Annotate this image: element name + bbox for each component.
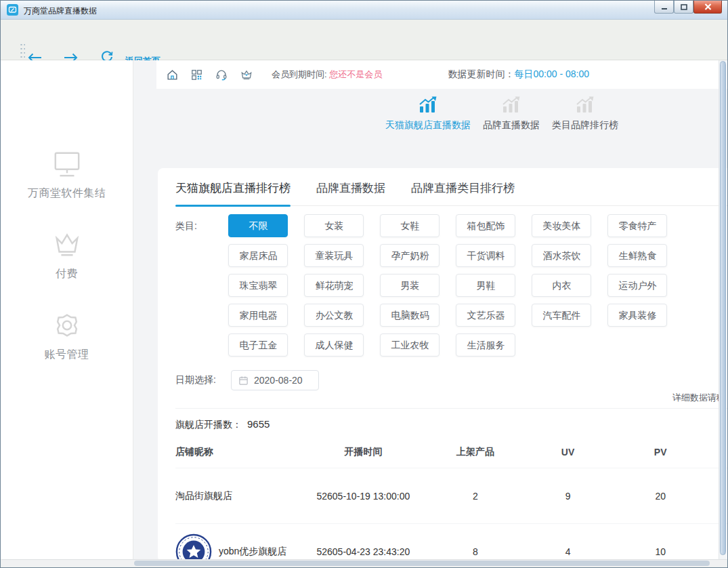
category-button[interactable]: 男鞋 (456, 274, 515, 297)
products-cell: 8 (428, 546, 523, 557)
category-button[interactable]: 男装 (380, 274, 440, 297)
category-label: 类目: (175, 214, 228, 363)
sidebar-item-label: 付费 (56, 267, 78, 281)
category-button[interactable]: 内衣 (532, 274, 591, 297)
sidebar: 万商堂软件集结 付费 账号管理 (1, 60, 133, 559)
category-button[interactable]: 办公文教 (304, 304, 364, 327)
vertical-scrollbar[interactable] (719, 60, 727, 559)
products-cell: 2 (428, 491, 523, 502)
category-button[interactable]: 零食特产 (607, 214, 667, 237)
member-expiry-value: 您还不是会员 (329, 69, 382, 79)
horizontal-scrollbar[interactable] (1, 559, 727, 567)
sidebar-item-label: 万商堂软件集结 (28, 186, 106, 201)
shop-name-cell: 淘品街旗舰店 (175, 490, 299, 502)
start-time-cell: 52605-10-19 13:00:00 (299, 491, 427, 502)
live-ranking-table: 店铺昵称 开播时间 上架产品 UV PV 淘品街旗舰店 52605-10-19 … (175, 437, 727, 559)
category-button[interactable]: 干货调料 (456, 244, 515, 267)
category-button[interactable]: 家居床品 (228, 244, 288, 267)
sidebar-item-account[interactable]: 账号管理 (45, 311, 89, 362)
broadcast-count-label: 旗舰店开播数： (175, 419, 242, 430)
bar-chart-icon (501, 96, 521, 113)
category-button[interactable]: 女装 (304, 214, 364, 237)
category-button[interactable]: 家具装修 (607, 304, 667, 327)
category-button[interactable]: 不限 (228, 214, 288, 237)
minimize-button[interactable] (654, 1, 674, 14)
pv-cell: 20 (613, 491, 708, 502)
category-button[interactable]: 珠宝翡翠 (228, 274, 288, 297)
data-update-time: 数据更新时间：每日00:00 - 08:00 (448, 68, 589, 81)
bar-chart-icon (575, 96, 595, 113)
date-label: 日期选择: (175, 374, 231, 386)
category-button[interactable]: 酒水茶饮 (532, 244, 591, 267)
close-button[interactable] (693, 1, 722, 14)
headset-icon[interactable] (215, 68, 228, 81)
main-region: 会员到期时间: 您还不是会员 数据更新时间：每日00:00 - 08:00 天猫… (133, 60, 727, 559)
shop-name: 淘品街旗舰店 (175, 490, 232, 502)
qr-code-icon[interactable] (190, 68, 203, 81)
start-time-cell: 52605-04-23 23:43:20 (299, 546, 427, 557)
tab-bar: 天猫旗舰店直播排行榜 品牌直播数据 品牌直播类目排行榜 (175, 180, 727, 206)
category-button[interactable]: 工业农牧 (380, 333, 440, 357)
shop-name: yobn优步旗舰店 (219, 546, 286, 558)
tab-flagship-ranking[interactable]: 天猫旗舰店直播排行榜 (175, 180, 291, 205)
tab-brand-category-ranking[interactable]: 品牌直播类目排行榜 (411, 180, 515, 205)
nav-item-label: 天猫旗舰店直播数据 (385, 119, 471, 131)
nav-item-category-brand-ranking[interactable]: 类目品牌排行榜 (552, 96, 618, 131)
content-panel: 天猫旗舰店直播排行榜 品牌直播数据 品牌直播类目排行榜 类目: 不限 女装 女鞋… (158, 168, 727, 559)
nav-item-tmall-flagship-live[interactable]: 天猫旗舰店直播数据 (385, 96, 471, 131)
maximize-button[interactable] (674, 1, 693, 14)
date-filter: 日期选择: 2020-08-20 (175, 370, 727, 390)
category-grid: 不限 女装 女鞋 箱包配饰 美妆美体 零食特产 家居床品 童装玩具 孕产奶粉 干… (228, 214, 727, 363)
divider (175, 408, 727, 409)
category-button[interactable]: 孕产奶粉 (380, 244, 440, 267)
toolbar: 返回首页 (1, 20, 727, 60)
crown-icon (51, 230, 83, 262)
category-button[interactable]: 童装玩具 (304, 244, 364, 267)
col-shop-name: 店铺昵称 (175, 446, 299, 458)
category-button[interactable]: 电子五金 (228, 333, 288, 357)
app-logo-icon (7, 4, 18, 16)
category-button[interactable]: 生活服务 (456, 333, 515, 357)
vip-crown-icon[interactable] (240, 68, 253, 81)
uv-cell: 4 (523, 546, 612, 557)
update-time-value: 每日00:00 - 08:00 (514, 68, 589, 79)
col-uv: UV (523, 447, 612, 458)
nav-item-label: 类目品牌排行榜 (552, 119, 618, 131)
uv-cell: 9 (523, 491, 612, 502)
category-button[interactable]: 文艺乐器 (456, 304, 515, 327)
col-pv: PV (613, 447, 708, 458)
nav-item-label: 品牌直播数据 (483, 119, 540, 131)
sidebar-item-payment[interactable]: 付费 (51, 230, 83, 281)
table-row[interactable]: yobn优步旗舰店 52605-04-23 23:43:20 8 4 10 (175, 523, 727, 559)
horizontal-scrollbar-thumb[interactable] (134, 561, 710, 566)
table-row[interactable]: 淘品街旗舰店 52605-10-19 13:00:00 2 9 20 (175, 468, 727, 523)
category-button[interactable]: 家用电器 (228, 304, 288, 327)
sidebar-item-software-hub[interactable]: 万商堂软件集结 (28, 150, 106, 201)
vertical-scrollbar-thumb[interactable] (720, 61, 726, 555)
info-bar: 会员到期时间: 您还不是会员 数据更新时间：每日00:00 - 08:00 (156, 60, 727, 89)
date-value: 2020-08-20 (254, 375, 303, 386)
bar-chart-icon (418, 96, 438, 113)
category-button[interactable]: 鲜花萌宠 (304, 274, 364, 297)
category-button[interactable]: 箱包配饰 (456, 214, 515, 237)
window-title: 万商堂品牌直播数据 (24, 5, 97, 17)
table-header-row: 店铺昵称 开播时间 上架产品 UV PV (175, 437, 727, 468)
nav-item-brand-live-data[interactable]: 品牌直播数据 (483, 96, 540, 131)
home-icon[interactable] (166, 68, 179, 81)
category-button[interactable]: 成人保健 (304, 333, 364, 357)
date-picker-input[interactable]: 2020-08-20 (231, 370, 319, 390)
sidebar-item-label: 账号管理 (45, 348, 89, 362)
top-nav: 天猫旗舰店直播数据 品牌直播数据 类目品牌排行榜 (385, 96, 618, 131)
tab-brand-live-data[interactable]: 品牌直播数据 (316, 180, 385, 205)
app-window: 万商堂品牌直播数据 返回首页 (0, 0, 728, 568)
category-button[interactable]: 汽车配件 (532, 304, 591, 327)
category-button[interactable]: 运动户外 (607, 274, 667, 297)
shop-name-cell: yobn优步旗舰店 (175, 533, 299, 560)
col-products: 上架产品 (428, 446, 523, 458)
col-start-time: 开播时间 (299, 446, 427, 458)
category-button[interactable]: 美妆美体 (532, 214, 591, 237)
detail-note: 详细数据请移 (175, 392, 727, 404)
category-button[interactable]: 电脑数码 (380, 304, 440, 327)
category-button[interactable]: 女鞋 (380, 214, 440, 237)
category-button[interactable]: 生鲜熟食 (607, 244, 667, 267)
